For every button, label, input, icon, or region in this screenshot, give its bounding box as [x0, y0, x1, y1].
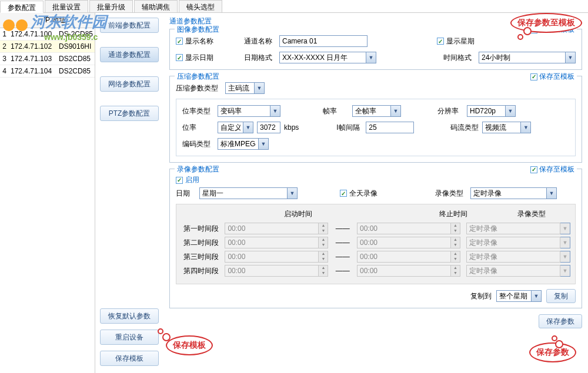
time-slot-row: 第三时间段 ▲▼ —— ▲▼ ▼: [181, 251, 570, 263]
tab-batch-set[interactable]: 批量设置: [45, 0, 88, 12]
iframe-input[interactable]: [366, 122, 414, 133]
time-slot-row: 第一时间段 ▲▼ —— ▲▼ ▼: [181, 223, 570, 234]
nav-frontend[interactable]: 前端参数配置: [100, 18, 159, 33]
chevron-down-icon[interactable]: ▼: [270, 105, 280, 117]
time-grid: 启动时间 终止时间 录像类型 第一时间段 ▲▼ —— ▲▼ ▼ 第二时间段 ▲▼…: [176, 204, 576, 284]
stream-type-select[interactable]: [482, 122, 521, 133]
show-date-checkbox[interactable]: 显示日期: [176, 53, 229, 63]
save-to-template-check[interactable]: 保存至模板: [530, 164, 574, 174]
grid-header-start: 启动时间: [259, 209, 336, 219]
compress-params-title: 压缩参数配置: [177, 72, 219, 82]
date-format-select[interactable]: [279, 52, 366, 63]
chevron-down-icon[interactable]: ▼: [566, 52, 576, 63]
start-time-input: [225, 251, 319, 263]
time-slot-label: 第三时间段: [181, 252, 219, 262]
chevron-down-icon[interactable]: ▼: [547, 187, 557, 199]
chevron-down-icon[interactable]: ▼: [243, 122, 253, 133]
save-params-button[interactable]: 保存参数: [539, 314, 582, 328]
save-to-template-check[interactable]: 保存至模板: [530, 72, 574, 82]
tab-focus[interactable]: 辅助调焦: [134, 0, 178, 12]
ip-row[interactable]: 3172.4.71.103DS2CD85: [0, 53, 95, 65]
chevron-down-icon: ▼: [560, 251, 570, 263]
nav-channel[interactable]: 通道参数配置: [100, 47, 159, 62]
dash: ——: [334, 267, 351, 275]
tab-batch-upgrade[interactable]: 批量升级: [89, 0, 133, 12]
spinner-icon: ▲▼: [319, 223, 328, 234]
end-time-input: [357, 265, 451, 277]
ip-list-header: IP 地址: [0, 13, 95, 28]
compress-type-label: 压缩参数类型: [176, 83, 222, 93]
enable-checkbox[interactable]: 启用: [176, 175, 576, 185]
spinner-icon: ▲▼: [319, 237, 328, 248]
top-tabs: 参数配置 批量设置 批量升级 辅助调焦 镜头选型: [0, 0, 588, 13]
grid-header-type: 录像类型: [493, 209, 570, 219]
ip-list-panel: IP 地址 1172.4.71.100DS-2CD85 2172.4.71.10…: [0, 13, 95, 373]
chevron-down-icon[interactable]: ▼: [532, 290, 542, 302]
bitrate-value-input[interactable]: [257, 122, 280, 133]
spinner-icon: ▲▼: [451, 237, 460, 248]
chevron-down-icon: ▼: [560, 237, 570, 248]
record-params-title: 录像参数配置: [177, 164, 219, 174]
chevron-down-icon: ▼: [560, 223, 570, 234]
chevron-down-icon[interactable]: ▼: [288, 187, 298, 199]
copy-to-label: 复制到: [470, 291, 492, 301]
bitrate-mode-select[interactable]: [218, 122, 243, 133]
record-params-fieldset: 录像参数配置 保存至模板 启用 日期 ▼ 全天录像 录像类型 ▼ 启动时间 终止…: [169, 169, 582, 308]
callout-save-template: 保存模板: [166, 335, 213, 355]
chevron-down-icon[interactable]: ▼: [521, 122, 531, 133]
nav-panel: 前端参数配置 通道参数配置 网络参数配置 PTZ参数配置 恢复默认参数 重启设备…: [95, 13, 166, 373]
fps-label: 帧率: [323, 106, 349, 116]
copy-to-select[interactable]: [496, 290, 532, 302]
time-format-label: 时间格式: [443, 53, 475, 63]
time-slot-row: 第四时间段 ▲▼ —— ▲▼ ▼: [181, 265, 570, 277]
encoding-select[interactable]: [218, 138, 259, 150]
slot-type-select: [466, 251, 560, 263]
chevron-down-icon[interactable]: ▼: [366, 52, 376, 63]
chevron-down-icon[interactable]: ▼: [259, 138, 269, 150]
show-week-checkbox[interactable]: 显示星期: [437, 36, 490, 46]
start-time-input: [225, 223, 319, 234]
channel-name-input[interactable]: [279, 35, 368, 47]
fps-select[interactable]: [352, 105, 391, 117]
ip-row[interactable]: 2172.4.71.102DS9016HI: [0, 41, 95, 53]
resolution-select[interactable]: [467, 105, 506, 117]
config-panel: 通道参数配置 图像参数配置 保存至模板 显示名称 通道名称 显示星期 显示日期 …: [166, 13, 588, 373]
restore-defaults-button[interactable]: 恢复默认参数: [100, 308, 159, 324]
allday-checkbox[interactable]: 全天录像: [340, 189, 393, 199]
bitrate-type-select[interactable]: [218, 105, 270, 117]
nav-network[interactable]: 网络参数配置: [100, 76, 159, 92]
channel-name-label: 通道名称: [244, 36, 276, 46]
record-date-select[interactable]: [199, 187, 288, 199]
time-format-select[interactable]: [479, 52, 566, 63]
end-time-input: [357, 251, 451, 263]
compress-type-select[interactable]: [225, 82, 255, 94]
dash: ——: [334, 224, 351, 233]
slot-type-select: [466, 237, 560, 248]
bitrate-type-label: 位率类型: [182, 106, 214, 116]
slot-type-select: [466, 223, 560, 234]
time-slot-label: 第四时间段: [181, 266, 219, 276]
chevron-down-icon[interactable]: ▼: [506, 105, 516, 117]
bitrate-unit: kbps: [284, 123, 299, 132]
reboot-button[interactable]: 重启设备: [100, 330, 159, 345]
show-name-checkbox[interactable]: 显示名称: [176, 36, 229, 46]
start-time-input: [225, 265, 319, 277]
ip-row[interactable]: 1172.4.71.100DS-2CD85: [0, 28, 95, 41]
spinner-icon: ▲▼: [319, 251, 328, 263]
date-format-label: 日期格式: [244, 53, 276, 63]
save-template-button[interactable]: 保存模板: [100, 351, 159, 366]
slot-type-select: [466, 265, 560, 277]
ip-row[interactable]: 4172.4.71.104DS2CD85: [0, 65, 95, 78]
image-params-title: 图像参数配置: [177, 25, 219, 35]
chevron-down-icon[interactable]: ▼: [255, 82, 265, 94]
record-type-label: 录像类型: [435, 189, 467, 199]
callout-save-to-template: 保存参数至模板: [510, 13, 582, 33]
dash: ——: [334, 253, 351, 261]
time-slot-label: 第一时间段: [181, 224, 219, 234]
copy-button[interactable]: 复制: [546, 289, 576, 303]
nav-ptz[interactable]: PTZ参数配置: [100, 106, 159, 121]
record-type-select[interactable]: [470, 187, 547, 199]
tab-params[interactable]: 参数配置: [0, 1, 44, 13]
chevron-down-icon[interactable]: ▼: [391, 105, 401, 117]
tab-lens[interactable]: 镜头选型: [179, 0, 222, 12]
